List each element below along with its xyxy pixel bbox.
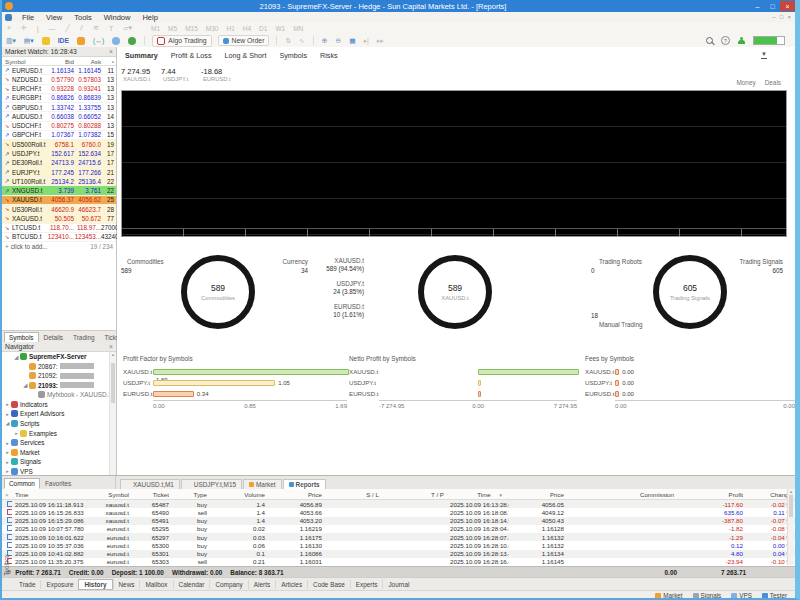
col-profit[interactable]: Profit xyxy=(677,491,746,498)
zoom-out-icon[interactable]: ⊖ xyxy=(336,37,342,45)
market-watch-row[interactable]: ↗ UT100Roll.t 25134.2 25136.4 22 xyxy=(2,177,116,186)
table-row[interactable]: 2025.10.09 10:41:02.882 eurusd.t 65301 b… xyxy=(2,550,795,558)
col-sl[interactable]: S / L xyxy=(325,491,382,498)
mql5-icon[interactable] xyxy=(42,37,50,45)
navigator-close-icon[interactable]: × xyxy=(109,343,113,350)
toolbox-tab[interactable]: Journal xyxy=(382,580,414,589)
timeframe-button[interactable]: D1 xyxy=(259,25,267,32)
table-row[interactable]: 2025.10.09 10:35:37.036 eurusd.t 65300 b… xyxy=(2,541,795,549)
toolbox-tab[interactable]: Articles xyxy=(275,580,307,589)
chart-tab[interactable]: USDJPY.t,M15 xyxy=(181,479,242,489)
nav-item[interactable]: ▸ Signals xyxy=(2,457,110,467)
expand-arrow-icon[interactable]: ▸ xyxy=(4,440,11,446)
expand-arrow-icon[interactable]: ▸ xyxy=(13,430,20,436)
trendline-icon[interactable]: ╱ xyxy=(66,24,70,32)
col-symbol[interactable]: Symbol xyxy=(92,491,132,498)
toolbox-tab[interactable]: Company xyxy=(209,580,247,589)
timeframe-button[interactable]: M1 xyxy=(151,25,160,32)
step-fast-icon[interactable]: ▸▸ xyxy=(377,37,384,45)
text-icon[interactable]: T xyxy=(109,25,113,32)
tile-windows-icon[interactable]: ▦ xyxy=(349,37,355,45)
status-item[interactable]: Signals xyxy=(693,592,722,599)
toolbox-tab[interactable]: Exposure xyxy=(40,580,78,589)
status-item[interactable]: Tester xyxy=(762,592,787,599)
maximize-button[interactable]: □ xyxy=(765,1,780,11)
report-tab[interactable]: Summary xyxy=(125,51,158,60)
expand-arrow-icon[interactable]: ▸ xyxy=(4,449,11,455)
toolbox-tab[interactable]: Mailbox xyxy=(139,580,172,589)
col-volume[interactable]: Volume xyxy=(210,491,268,498)
report-tab[interactable]: Risks xyxy=(320,51,338,60)
new-order-button[interactable]: New Order xyxy=(218,35,270,46)
report-tab[interactable]: Profit & Loss xyxy=(171,51,212,60)
expand-arrow-icon[interactable]: ▸ xyxy=(4,411,11,417)
report-tab[interactable]: Symbols xyxy=(279,51,307,60)
col-spread-icon[interactable]: ▪ xyxy=(101,58,116,65)
table-row[interactable]: 2025.10.09 16:15:29.086 xauusd.t 65491 b… xyxy=(2,517,795,525)
table-row[interactable]: 2025.10.09 10:07:57.780 eurusd.t 65295 b… xyxy=(2,525,795,533)
report-tab[interactable]: Long & Short xyxy=(225,51,267,60)
toolbox-tab[interactable]: Experts xyxy=(350,580,383,589)
signals-toolbar-icon[interactable]: (↔) xyxy=(93,37,104,44)
status-item[interactable]: VPS xyxy=(731,592,752,599)
market-watch-row[interactable]: ↘ EURCHF.t 0.93228 0.93241 13 xyxy=(2,85,116,94)
timeframe-button[interactable]: H4 xyxy=(243,25,251,32)
expand-arrow-icon[interactable]: ◢ xyxy=(13,354,20,360)
crosshair-icon[interactable]: ✛ xyxy=(21,24,27,32)
col-bid[interactable]: Bid xyxy=(46,58,74,65)
tick-chart-icon[interactable]: ∿ xyxy=(299,37,305,45)
nav-item[interactable]: ◢ 21093: xyxy=(2,381,110,391)
chart-tab[interactable]: Reports xyxy=(283,479,326,489)
mdi-window-controls[interactable]: – □ × xyxy=(773,14,795,20)
nav-item[interactable]: 21092: xyxy=(2,371,110,381)
community-user-icon[interactable] xyxy=(738,37,745,44)
toolbox-vertical-tab[interactable]: Toolbox xyxy=(3,554,10,576)
navigator-tab[interactable]: Favorites xyxy=(40,478,76,489)
timeframe-button[interactable]: MN xyxy=(293,25,303,32)
add-symbol-row[interactable]: + click to add... 19 / 234 xyxy=(2,242,116,251)
vps-cloud-icon[interactable] xyxy=(112,37,120,45)
market-watch-row[interactable]: ↘ USDCHF.t 0.80275 0.80288 13 xyxy=(2,122,116,131)
market-watch-row[interactable]: ↗ EURUSD.t 1.16134 1.16145 11 xyxy=(2,66,116,75)
market-watch-row[interactable]: ↗ EURGBP.t 0.86826 0.86839 13 xyxy=(2,94,116,103)
toolbox-tab[interactable]: History xyxy=(78,579,112,590)
ide-button[interactable]: IDE xyxy=(58,37,69,44)
col-symbol[interactable]: Symbol xyxy=(2,58,46,65)
navigator-scrollbar[interactable]: ▲ xyxy=(109,352,116,476)
menu-item[interactable]: Help xyxy=(136,13,163,22)
market-watch-row[interactable]: ↘ NZDUSD.t 0.57790 0.57803 13 xyxy=(2,75,116,84)
market-watch-row[interactable]: ↘ BTCUSD.t 123410... 123453... 43240 xyxy=(2,233,116,242)
table-row[interactable]: 2025.10.09 10:16:01.622 eurusd.t 65297 b… xyxy=(2,533,795,541)
search-icon[interactable] xyxy=(706,37,713,44)
market-watch-row[interactable]: ↘ XAUUSD.t 4056.37 4056.62 25 xyxy=(2,196,116,205)
nav-item[interactable]: ▸ Expert Advisors xyxy=(2,409,110,419)
horizontal-line-icon[interactable]: — xyxy=(49,25,56,32)
menu-item[interactable]: Tools xyxy=(68,13,98,22)
market-watch-row[interactable]: ↗ EURJPY.t 177.245 177.266 21 xyxy=(2,168,116,177)
navigator-tab[interactable]: Common xyxy=(4,478,40,489)
market-watch-row[interactable]: ↗ USDJPY.t 152.617 152.634 17 xyxy=(2,149,116,158)
col-price-open[interactable]: Price xyxy=(268,491,325,498)
col-tp[interactable]: T / P xyxy=(382,491,447,498)
timeframe-button[interactable]: H1 xyxy=(226,25,234,32)
objects-list-icon[interactable]: ⇅ xyxy=(285,37,291,45)
close-button[interactable]: × xyxy=(780,1,795,11)
expand-arrow-icon[interactable]: ▸ xyxy=(4,459,11,465)
step-forward-icon[interactable]: ▸| xyxy=(364,37,369,45)
chart-tab[interactable]: XAUUSD.t,M1 xyxy=(120,479,180,489)
fibonacci-icon[interactable]: ≋ xyxy=(93,24,99,32)
expand-arrow-icon[interactable]: ▸ xyxy=(4,468,11,474)
table-close-icon[interactable]: × xyxy=(2,491,12,498)
market-watch-row[interactable]: ↗ XNGUSD.t 3.739 3.761 22 xyxy=(2,186,116,195)
toolbox-tab[interactable]: Code Base xyxy=(307,580,350,589)
nav-item[interactable]: ◢ Scripts xyxy=(2,419,110,429)
expand-arrow-icon[interactable]: ◢ xyxy=(22,382,29,388)
minimize-button[interactable]: – xyxy=(750,1,765,11)
nav-item[interactable]: ▸ Examples xyxy=(2,428,110,438)
nav-item[interactable]: ▸ Indicators xyxy=(2,400,110,410)
market-watch-column-headers[interactable]: Symbol Bid Ask ▪ xyxy=(2,57,116,66)
history-table-header[interactable]: × Time Symbol Ticket Type Volume Price S… xyxy=(2,489,795,500)
market-watch-row[interactable]: ↘ US30Roll.t 46620.9 46623.7 28 xyxy=(2,205,116,214)
expand-arrow-icon[interactable]: ▸ xyxy=(4,401,11,407)
market-watch-row[interactable]: ↗ GBPUSD.t 1.33742 1.33755 13 xyxy=(2,103,116,112)
